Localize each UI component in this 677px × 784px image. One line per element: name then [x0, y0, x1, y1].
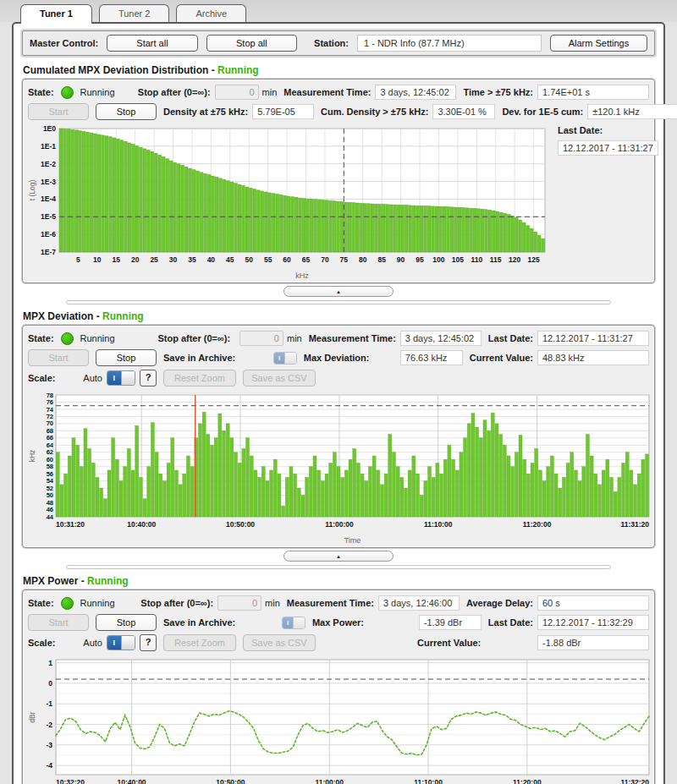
svg-text:11:20:00: 11:20:00 — [513, 778, 542, 784]
tab-archive[interactable]: Archive — [176, 4, 246, 22]
svg-text:50: 50 — [47, 491, 53, 499]
last-date-label: Last Date: — [558, 125, 658, 135]
stop-button[interactable]: Stop — [96, 614, 157, 631]
panel-deviation-title: MPX Deviation - Running — [23, 310, 654, 322]
svg-text:66: 66 — [47, 434, 53, 441]
toggle-on-segment: I — [283, 617, 294, 628]
stop-all-button[interactable]: Stop all — [206, 35, 297, 52]
max-deviation-value: 76.63 kHz — [400, 350, 463, 365]
title-dash: - — [212, 64, 215, 76]
tab-tuner2[interactable]: Tuner 2 — [99, 4, 170, 22]
svg-text:54: 54 — [47, 477, 54, 485]
deviation-chart[interactable]: 44464850525456586062646668707274767810:3… — [28, 390, 649, 546]
svg-text:20: 20 — [131, 255, 140, 264]
svg-text:10:31:20: 10:31:20 — [56, 520, 85, 529]
scale-label: Scale: — [28, 373, 55, 383]
panel-power-frame: State: Running Stop after (0=∞): min Mea… — [22, 589, 655, 784]
svg-text:1E-5: 1E-5 — [41, 212, 56, 221]
stop-button[interactable]: Stop — [96, 349, 157, 366]
svg-text:1: 1 — [48, 659, 52, 667]
svg-text:Time: Time — [344, 536, 361, 545]
svg-text:11:20:00: 11:20:00 — [523, 520, 552, 529]
dev-for-cum-value: ±120.1 kHz — [587, 104, 677, 119]
svg-text:85: 85 — [377, 255, 386, 264]
start-button[interactable]: Start — [28, 614, 89, 631]
distribution-chart[interactable]: 5101520253035404550556065707580859095100… — [28, 123, 551, 281]
svg-text:74: 74 — [47, 406, 54, 414]
svg-text:-3: -3 — [46, 741, 52, 749]
svg-text:11:32:20: 11:32:20 — [620, 778, 649, 784]
save-in-archive-label: Save in Archive: — [163, 353, 235, 363]
panel-power: MPX Power - Running State: Running Stop … — [22, 575, 655, 784]
save-as-csv-button[interactable]: Save as CSV — [243, 634, 316, 651]
collapse-panel-deviation-button[interactable]: ▲ — [283, 551, 394, 562]
last-date-label: Last Date: — [488, 333, 533, 343]
toggle-on-segment: I — [107, 636, 121, 650]
svg-text:10:40:00: 10:40:00 — [118, 778, 146, 784]
svg-text:10: 10 — [93, 255, 102, 264]
measurement-time-value: 3 days, 12:45:02 — [375, 85, 456, 100]
stop-after-input[interactable] — [215, 85, 259, 100]
panel-divider — [66, 565, 611, 569]
scale-help-button[interactable]: ? — [140, 370, 157, 387]
title-dash: - — [81, 575, 85, 587]
tab-strip: Tuner 1 Tuner 2 Archive — [0, 0, 677, 22]
panel-distribution-status: Running — [217, 64, 259, 76]
auto-label: Auto — [83, 638, 102, 648]
panel-power-title: MPX Power - Running — [23, 575, 654, 587]
stop-button[interactable]: Stop — [96, 103, 157, 120]
stop-after-input[interactable] — [239, 331, 283, 346]
toggle-on-segment: I — [274, 353, 285, 364]
stop-after-input[interactable] — [217, 595, 261, 611]
scale-help-button[interactable]: ? — [140, 634, 157, 651]
start-button[interactable]: Start — [28, 103, 89, 120]
svg-text:11:10:00: 11:10:00 — [414, 778, 443, 784]
station-field[interactable]: 1 - NDR Info (87.7 MHz) — [357, 35, 542, 52]
tab-tuner1[interactable]: Tuner 1 — [20, 4, 92, 24]
panel-distribution-title-text: Cumulated MPX Deviation Distribution — [23, 64, 208, 76]
stop-after-label: Stop after (0=∞): — [157, 333, 230, 343]
svg-text:100: 100 — [432, 255, 444, 264]
svg-text:10:50:00: 10:50:00 — [226, 520, 255, 529]
auto-scale-toggle[interactable]: I — [107, 635, 135, 650]
svg-text:kHz: kHz — [28, 450, 36, 463]
alarm-settings-button[interactable]: Alarm Settings — [550, 35, 647, 52]
svg-text:11:00:00: 11:00:00 — [315, 778, 344, 784]
auto-scale-toggle[interactable]: I — [107, 370, 135, 386]
master-control-label: Master Control: — [30, 38, 98, 48]
svg-text:56: 56 — [47, 470, 53, 478]
state-value: Running — [80, 333, 115, 343]
svg-text:76: 76 — [47, 398, 53, 406]
current-value-label: Current Value: — [470, 353, 533, 363]
min-suffix: min — [262, 87, 278, 97]
collapse-arrow-icon: ▲ — [336, 554, 341, 559]
svg-text:1E-4: 1E-4 — [41, 195, 56, 203]
current-value-label: Current Value: — [417, 638, 481, 648]
svg-text:1E-7: 1E-7 — [41, 248, 56, 256]
last-date-value: 12.12.2017 - 11:32:29 — [537, 615, 649, 630]
panel-power-status: Running — [87, 575, 129, 587]
main-content: Master Control: Start all Stop all Stati… — [12, 22, 665, 784]
power-chart[interactable]: 10-1-2-3-410:32:2010:40:0010:50:0011:00:… — [28, 655, 649, 784]
cum-density-value: 3.30E-01 % — [432, 104, 495, 119]
reset-zoom-button[interactable]: Reset Zoom — [163, 370, 236, 387]
toggle-on-segment: I — [107, 371, 121, 385]
last-date-label: Last Date: — [488, 617, 533, 628]
density-label: Density at ±75 kHz: — [163, 107, 248, 117]
svg-text:55: 55 — [264, 255, 272, 264]
start-button[interactable]: Start — [28, 349, 89, 366]
start-all-button[interactable]: Start all — [107, 35, 197, 52]
svg-text:-1: -1 — [46, 699, 52, 708]
svg-text:25: 25 — [150, 255, 158, 264]
save-as-csv-button[interactable]: Save as CSV — [243, 370, 316, 387]
reset-zoom-button[interactable]: Reset Zoom — [163, 634, 236, 651]
measurement-time-label: Measurement Time: — [283, 87, 371, 97]
svg-text:5: 5 — [76, 255, 80, 264]
save-in-archive-label: Save in Archive: — [163, 617, 235, 628]
min-suffix: min — [265, 598, 280, 608]
running-status-icon — [61, 86, 74, 99]
svg-text:50: 50 — [245, 255, 253, 264]
save-in-archive-toggle[interactable]: I — [282, 617, 305, 629]
save-in-archive-toggle[interactable]: I — [273, 352, 297, 365]
collapse-panel-distribution-button[interactable]: ▲ — [283, 286, 394, 297]
